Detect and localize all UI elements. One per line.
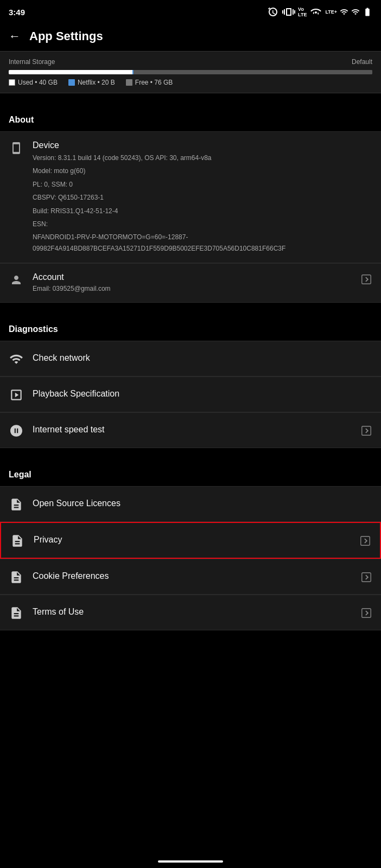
device-item: Device Version: 8.31.1 build 14 (code 50… <box>0 131 381 263</box>
account-item[interactable]: Account Email: 039525@gmail.com <box>0 263 381 303</box>
open-source-icon <box>9 497 24 512</box>
device-version: Version: 8.31.1 build 14 (code 50243), O… <box>33 152 372 163</box>
playback-spec-content: Playback Specification <box>33 389 372 400</box>
app-header: ← App Settings <box>0 22 381 51</box>
device-model: Model: moto g(60) <box>33 165 372 176</box>
open-source-label: Open Source Licences <box>33 499 372 508</box>
terms-arrow <box>360 607 372 619</box>
about-title: About <box>9 115 34 124</box>
volte-icon: VoLTE <box>298 7 307 17</box>
svg-rect-2 <box>361 537 370 546</box>
cookie-prefs-content: Cookie Preferences <box>33 571 352 583</box>
account-arrow <box>360 273 372 285</box>
cookie-prefs-item[interactable]: Cookie Preferences <box>0 559 381 595</box>
cookie-prefs-arrow <box>360 571 372 583</box>
device-pl: PL: 0, SSM: 0 <box>33 179 372 190</box>
vibrate-icon <box>282 5 295 18</box>
cookie-prefs-label: Cookie Preferences <box>33 571 352 581</box>
storage-default: Default <box>352 58 372 66</box>
legend-free-label: Free • 76 GB <box>135 79 173 86</box>
cookie-prefs-icon <box>9 570 24 584</box>
account-email: Email: 039525@gmail.com <box>33 284 352 293</box>
battery-icon <box>363 7 372 17</box>
open-source-item[interactable]: Open Source Licences <box>0 486 381 522</box>
device-build: Build: RRIS31.Q1-42-51-12-4 <box>33 206 372 216</box>
device-esn-label: ESN: <box>33 219 372 229</box>
storage-bar-used <box>9 70 132 74</box>
legend-used: Used • 40 GB <box>9 79 58 86</box>
privacy-label: Privacy <box>34 535 351 545</box>
device-title: Device <box>33 141 372 150</box>
playback-spec-label: Playback Specification <box>33 389 372 399</box>
privacy-item[interactable]: Privacy <box>0 522 381 559</box>
legend-netflix-label: Netflix • 20 B <box>78 79 115 86</box>
lte-icon: LTE+ <box>325 9 337 15</box>
check-network-label: Check network <box>33 353 372 363</box>
legal-section-header: Legal <box>0 459 381 486</box>
terms-content: Terms of Use <box>33 607 352 618</box>
account-title: Account <box>33 272 352 282</box>
alarm-icon <box>266 5 280 18</box>
privacy-content: Privacy <box>34 535 351 546</box>
page-title: App Settings <box>29 29 103 43</box>
storage-label: Internal Storage <box>9 58 55 66</box>
signal2-icon <box>351 8 360 16</box>
account-icon <box>9 273 24 286</box>
gap-3 <box>0 448 381 459</box>
privacy-icon <box>10 534 25 548</box>
device-icon <box>9 142 24 155</box>
check-network-content: Check network <box>33 353 372 365</box>
legend-used-label: Used • 40 GB <box>18 79 58 86</box>
internet-speed-content: Internet speed test <box>33 425 352 436</box>
diagnostics-section-header: Diagnostics <box>0 314 381 341</box>
diagnostics-title: Diagnostics <box>9 324 58 334</box>
svg-rect-3 <box>362 573 371 582</box>
device-esn-value: NFANDROID1-PRV-P-MOTORMOTO=G=60=-12887-0… <box>33 232 372 254</box>
internet-speed-arrow <box>360 425 372 437</box>
hotspot-icon <box>309 5 322 18</box>
legend-free: Free • 76 GB <box>126 79 173 86</box>
internet-speed-item[interactable]: Internet speed test <box>0 412 381 448</box>
internet-speed-icon <box>9 424 24 438</box>
bottom-nav-indicator <box>158 860 223 863</box>
gap-1 <box>0 93 381 104</box>
storage-legend: Used • 40 GB Netflix • 20 B Free • 76 GB <box>9 79 372 86</box>
terms-of-use-item[interactable]: Terms of Use <box>0 595 381 630</box>
playback-spec-item[interactable]: Playback Specification <box>0 376 381 412</box>
status-icons: VoLTE LTE+ <box>266 5 372 18</box>
svg-rect-1 <box>362 426 371 436</box>
device-content: Device Version: 8.31.1 build 14 (code 50… <box>33 141 372 254</box>
dot-free <box>126 79 132 86</box>
dot-netflix <box>68 79 75 86</box>
terms-icon <box>9 606 24 620</box>
privacy-arrow <box>359 535 371 547</box>
signal1-icon <box>340 8 348 16</box>
gap-2 <box>0 303 381 314</box>
storage-section: Internal Storage Default Used • 40 GB Ne… <box>0 51 381 93</box>
dot-used <box>9 79 15 86</box>
internet-speed-label: Internet speed test <box>33 425 352 435</box>
svg-rect-4 <box>362 609 371 618</box>
bottom-fill <box>0 630 381 674</box>
terms-label: Terms of Use <box>33 607 352 617</box>
check-network-item[interactable]: Check network <box>0 341 381 376</box>
back-button[interactable]: ← <box>9 29 21 43</box>
legend-netflix: Netflix • 20 B <box>68 79 115 86</box>
status-time: 3:49 <box>9 8 25 17</box>
check-network-icon <box>9 352 24 366</box>
status-bar: 3:49 VoLTE LTE+ <box>0 0 381 22</box>
playback-spec-icon <box>9 388 24 402</box>
account-content: Account Email: 039525@gmail.com <box>33 272 352 293</box>
about-section-header: About <box>0 104 381 131</box>
svg-rect-0 <box>362 275 371 284</box>
open-source-content: Open Source Licences <box>33 499 372 510</box>
device-cbspv: CBSPV: Q6150-17263-1 <box>33 192 372 203</box>
legal-title: Legal <box>9 470 31 479</box>
storage-bar <box>9 70 372 74</box>
storage-bar-free <box>134 70 372 74</box>
